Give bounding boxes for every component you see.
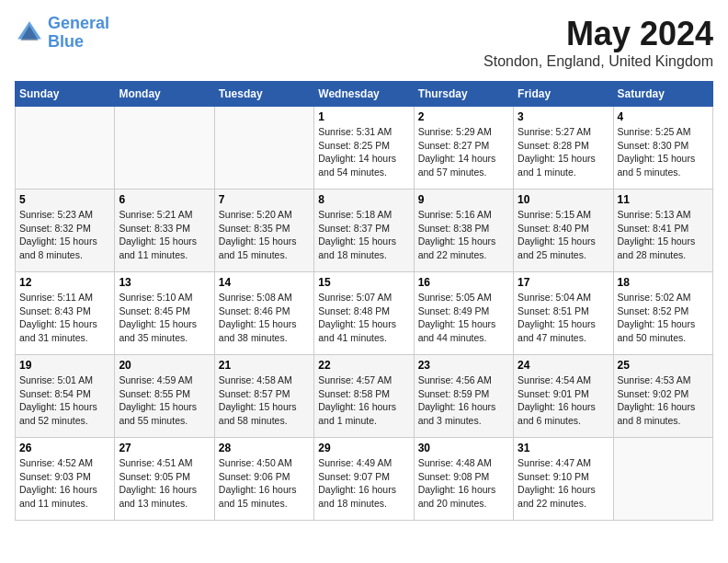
header-friday: Friday [514, 82, 613, 107]
day-cell: 21Sunrise: 4:58 AM Sunset: 8:57 PM Dayli… [214, 355, 313, 438]
day-cell: 4Sunrise: 5:25 AM Sunset: 8:30 PM Daylig… [613, 107, 712, 190]
day-info: Sunrise: 4:57 AM Sunset: 8:58 PM Dayligh… [318, 373, 409, 428]
day-info: Sunrise: 4:59 AM Sunset: 8:55 PM Dayligh… [119, 373, 210, 428]
day-info: Sunrise: 5:25 AM Sunset: 8:30 PM Dayligh… [618, 125, 709, 179]
day-cell: 15Sunrise: 5:07 AM Sunset: 8:48 PM Dayli… [314, 272, 414, 355]
day-number: 8 [318, 193, 409, 206]
day-info: Sunrise: 5:10 AM Sunset: 8:45 PM Dayligh… [119, 291, 210, 345]
day-number: 7 [219, 193, 310, 206]
day-number: 22 [318, 359, 409, 372]
day-number: 10 [518, 193, 609, 206]
day-cell: 19Sunrise: 5:01 AM Sunset: 8:54 PM Dayli… [16, 355, 115, 438]
day-number: 13 [119, 276, 210, 289]
day-cell: 10Sunrise: 5:15 AM Sunset: 8:40 PM Dayli… [514, 190, 613, 272]
day-cell: 23Sunrise: 4:56 AM Sunset: 8:59 PM Dayli… [414, 355, 513, 438]
day-info: Sunrise: 5:04 AM Sunset: 8:51 PM Dayligh… [518, 291, 609, 345]
day-number: 6 [119, 193, 210, 206]
day-cell: 16Sunrise: 5:05 AM Sunset: 8:49 PM Dayli… [414, 272, 513, 355]
day-cell [214, 107, 313, 190]
day-cell [613, 438, 712, 521]
day-info: Sunrise: 5:15 AM Sunset: 8:40 PM Dayligh… [518, 208, 609, 262]
day-number: 14 [219, 276, 310, 289]
day-cell: 25Sunrise: 4:53 AM Sunset: 9:02 PM Dayli… [613, 355, 712, 438]
title-block: May 2024 Stondon, England, United Kingdo… [483, 15, 713, 70]
day-number: 5 [19, 193, 110, 206]
day-cell: 14Sunrise: 5:08 AM Sunset: 8:46 PM Dayli… [214, 272, 313, 355]
day-number: 18 [618, 276, 709, 289]
day-info: Sunrise: 4:58 AM Sunset: 8:57 PM Dayligh… [219, 373, 310, 428]
day-info: Sunrise: 4:52 AM Sunset: 9:03 PM Dayligh… [19, 456, 110, 511]
day-number: 16 [418, 276, 509, 289]
day-cell: 12Sunrise: 5:11 AM Sunset: 8:43 PM Dayli… [16, 272, 115, 355]
day-cell: 18Sunrise: 5:02 AM Sunset: 8:52 PM Dayli… [613, 272, 712, 355]
day-info: Sunrise: 5:07 AM Sunset: 8:48 PM Dayligh… [318, 291, 409, 345]
header-sunday: Sunday [16, 82, 115, 107]
week-row-2: 5Sunrise: 5:23 AM Sunset: 8:32 PM Daylig… [16, 190, 713, 272]
day-number: 23 [418, 359, 509, 372]
day-cell: 7Sunrise: 5:20 AM Sunset: 8:35 PM Daylig… [214, 190, 313, 272]
day-info: Sunrise: 5:08 AM Sunset: 8:46 PM Dayligh… [219, 291, 310, 345]
day-cell: 29Sunrise: 4:49 AM Sunset: 9:07 PM Dayli… [314, 438, 414, 521]
subtitle: Stondon, England, United Kingdom [483, 53, 713, 70]
day-number: 21 [219, 359, 310, 372]
day-info: Sunrise: 5:27 AM Sunset: 8:28 PM Dayligh… [518, 125, 609, 179]
day-number: 12 [19, 276, 110, 289]
header-tuesday: Tuesday [214, 82, 313, 107]
main-title: May 2024 [483, 15, 713, 53]
day-number: 19 [19, 359, 110, 372]
header-wednesday: Wednesday [314, 82, 414, 107]
day-cell: 30Sunrise: 4:48 AM Sunset: 9:08 PM Dayli… [414, 438, 513, 521]
day-cell: 17Sunrise: 5:04 AM Sunset: 8:51 PM Dayli… [514, 272, 613, 355]
day-cell: 9Sunrise: 5:16 AM Sunset: 8:38 PM Daylig… [414, 190, 513, 272]
day-cell: 28Sunrise: 4:50 AM Sunset: 9:06 PM Dayli… [214, 438, 313, 521]
day-info: Sunrise: 5:01 AM Sunset: 8:54 PM Dayligh… [19, 373, 110, 428]
day-number: 30 [418, 442, 509, 454]
day-info: Sunrise: 5:11 AM Sunset: 8:43 PM Dayligh… [19, 291, 110, 345]
day-number: 29 [318, 442, 409, 454]
day-number: 1 [318, 110, 409, 123]
day-number: 15 [318, 276, 409, 289]
day-cell: 5Sunrise: 5:23 AM Sunset: 8:32 PM Daylig… [16, 190, 115, 272]
day-info: Sunrise: 4:56 AM Sunset: 8:59 PM Dayligh… [418, 373, 509, 428]
header-saturday: Saturday [613, 82, 712, 107]
day-cell: 31Sunrise: 4:47 AM Sunset: 9:10 PM Dayli… [514, 438, 613, 521]
header-thursday: Thursday [414, 82, 513, 107]
calendar-table: SundayMondayTuesdayWednesdayThursdayFrid… [15, 81, 713, 521]
day-cell [16, 107, 115, 190]
day-cell: 26Sunrise: 4:52 AM Sunset: 9:03 PM Dayli… [16, 438, 115, 521]
day-number: 28 [219, 442, 310, 454]
week-row-5: 26Sunrise: 4:52 AM Sunset: 9:03 PM Dayli… [16, 438, 713, 521]
week-row-4: 19Sunrise: 5:01 AM Sunset: 8:54 PM Dayli… [16, 355, 713, 438]
day-cell: 6Sunrise: 5:21 AM Sunset: 8:33 PM Daylig… [115, 190, 214, 272]
calendar-header-row: SundayMondayTuesdayWednesdayThursdayFrid… [16, 82, 713, 107]
logo-text: General Blue [48, 15, 109, 52]
day-cell: 13Sunrise: 5:10 AM Sunset: 8:45 PM Dayli… [115, 272, 214, 355]
header-monday: Monday [115, 82, 214, 107]
day-number: 25 [618, 359, 709, 372]
day-info: Sunrise: 4:51 AM Sunset: 9:05 PM Dayligh… [119, 456, 210, 511]
day-info: Sunrise: 4:54 AM Sunset: 9:01 PM Dayligh… [518, 373, 609, 428]
day-number: 31 [518, 442, 609, 454]
day-info: Sunrise: 4:53 AM Sunset: 9:02 PM Dayligh… [618, 373, 709, 428]
day-info: Sunrise: 5:13 AM Sunset: 8:41 PM Dayligh… [618, 208, 709, 262]
day-number: 27 [119, 442, 210, 454]
day-number: 4 [618, 110, 709, 123]
day-number: 24 [518, 359, 609, 372]
day-info: Sunrise: 5:31 AM Sunset: 8:25 PM Dayligh… [318, 125, 409, 179]
day-cell: 8Sunrise: 5:18 AM Sunset: 8:37 PM Daylig… [314, 190, 414, 272]
day-number: 20 [119, 359, 210, 372]
day-info: Sunrise: 5:18 AM Sunset: 8:37 PM Dayligh… [318, 208, 409, 262]
day-info: Sunrise: 4:49 AM Sunset: 9:07 PM Dayligh… [318, 456, 409, 511]
day-cell: 1Sunrise: 5:31 AM Sunset: 8:25 PM Daylig… [314, 107, 414, 190]
day-info: Sunrise: 4:48 AM Sunset: 9:08 PM Dayligh… [418, 456, 509, 511]
day-info: Sunrise: 5:05 AM Sunset: 8:49 PM Dayligh… [418, 291, 509, 345]
day-number: 3 [518, 110, 609, 123]
day-info: Sunrise: 5:20 AM Sunset: 8:35 PM Dayligh… [219, 208, 310, 262]
day-info: Sunrise: 5:23 AM Sunset: 8:32 PM Dayligh… [19, 208, 110, 262]
day-cell [115, 107, 214, 190]
logo: General Blue [15, 15, 109, 52]
day-info: Sunrise: 4:50 AM Sunset: 9:06 PM Dayligh… [219, 456, 310, 511]
day-cell: 24Sunrise: 4:54 AM Sunset: 9:01 PM Dayli… [514, 355, 613, 438]
day-number: 17 [518, 276, 609, 289]
page-header: General Blue May 2024 Stondon, England, … [15, 15, 713, 70]
